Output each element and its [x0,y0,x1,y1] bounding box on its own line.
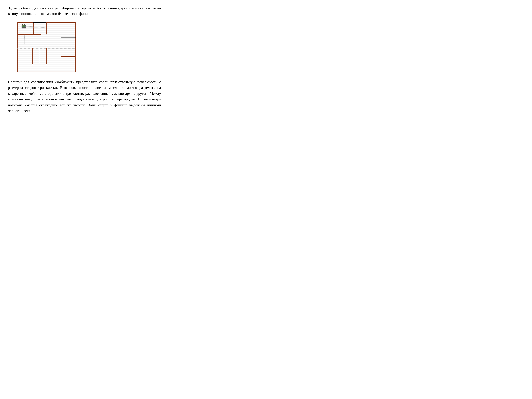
svg-rect-11 [46,22,47,34]
maze-svg [16,20,77,74]
svg-rect-2 [17,72,76,72]
svg-rect-24 [24,25,24,26]
body-text: Полигон для соревнования «Лабиринт» пред… [8,79,161,114]
svg-rect-19 [22,24,23,25]
svg-rect-7 [17,34,33,35]
maze-container [16,20,77,74]
maze-diagram [16,20,77,74]
svg-rect-8 [33,22,34,34]
svg-rect-9 [33,34,41,35]
svg-rect-17 [75,56,76,72]
header-text: Задача робота: Двигаясь внутри лабиринта… [8,5,161,17]
svg-rect-15 [40,48,40,64]
svg-rect-20 [24,24,25,25]
svg-rect-16 [61,56,76,57]
svg-rect-3 [17,22,18,72]
svg-rect-13 [46,48,47,64]
svg-rect-14 [32,48,33,64]
svg-rect-23 [23,25,24,26]
svg-rect-22 [22,25,23,26]
